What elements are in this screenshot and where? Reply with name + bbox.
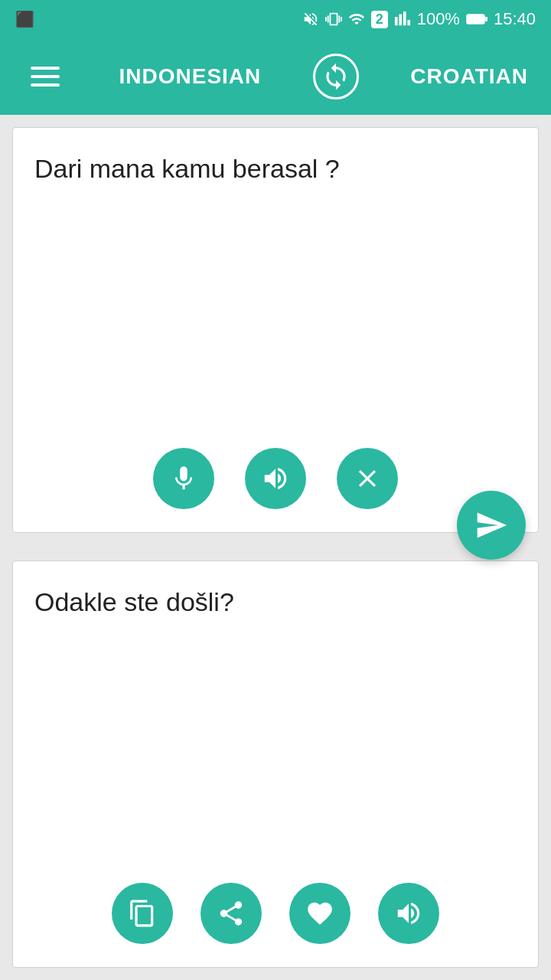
- status-bar: ⬛ 2 100% 15:40: [0, 0, 551, 38]
- menu-line-3: [31, 83, 60, 87]
- svg-rect-0: [467, 15, 484, 24]
- svg-rect-1: [485, 17, 487, 21]
- wifi-icon: [348, 11, 365, 28]
- clear-button[interactable]: [337, 448, 398, 509]
- target-panel: Odakle ste došli?: [12, 560, 539, 968]
- share-button[interactable]: [201, 883, 262, 944]
- mute-icon: [302, 11, 319, 28]
- source-text: Dari mana kamu berasal ?: [13, 128, 538, 211]
- signal-icon: [394, 11, 411, 28]
- speaker-button[interactable]: [245, 448, 306, 509]
- main-content: Dari mana kamu berasal ?: [0, 115, 551, 980]
- menu-button[interactable]: [23, 59, 67, 94]
- status-bar-left: ⬛: [15, 10, 34, 28]
- vibrate-icon: [325, 11, 342, 28]
- toolbar: INDONESIAN CROATIAN: [0, 38, 551, 115]
- copy-button[interactable]: [112, 883, 173, 944]
- menu-line-1: [31, 67, 60, 70]
- status-icons: 2 100% 15:40: [302, 9, 536, 29]
- battery-text: 100%: [417, 9, 460, 29]
- menu-line-2: [31, 75, 60, 78]
- target-language[interactable]: CROATIAN: [410, 64, 528, 89]
- photo-icon: ⬛: [15, 10, 34, 28]
- notification-badge: 2: [371, 11, 388, 28]
- swap-languages-button[interactable]: [313, 54, 359, 100]
- volume-button[interactable]: [378, 883, 439, 944]
- target-action-row: [13, 883, 538, 944]
- target-text: Odakle ste došli?: [13, 561, 538, 644]
- source-panel: Dari mana kamu berasal ?: [12, 127, 539, 533]
- source-language[interactable]: INDONESIAN: [119, 64, 262, 89]
- send-button[interactable]: [457, 491, 526, 560]
- mic-button[interactable]: [153, 448, 214, 509]
- favorite-button[interactable]: [289, 883, 350, 944]
- battery-icon: [466, 11, 487, 28]
- source-action-row: [13, 448, 538, 509]
- status-time: 15:40: [494, 9, 536, 29]
